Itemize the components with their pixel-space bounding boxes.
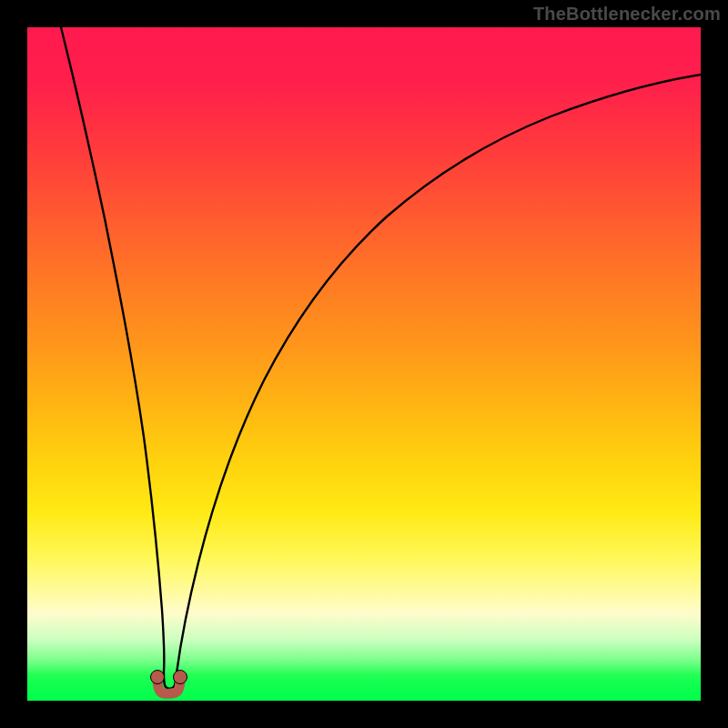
curve-layer	[27, 27, 701, 701]
min-marker-left-dot	[151, 671, 165, 684]
bottleneck-curve	[61, 27, 701, 689]
min-marker-right-dot	[174, 671, 187, 684]
plot-area	[27, 27, 701, 701]
chart-frame: TheBottlenecker.com	[0, 0, 728, 728]
attribution-text: TheBottlenecker.com	[533, 4, 721, 25]
